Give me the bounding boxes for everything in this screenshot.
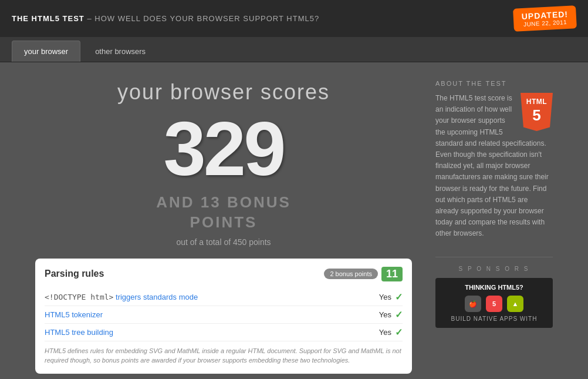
about-text: HTML 5 The HTML5 test score is an indica…	[435, 93, 553, 239]
nav-bar: your browser other browsers	[0, 37, 588, 62]
html5-logo-shape: HTML 5	[521, 93, 553, 131]
sponsor-ad: THINKING HTML5? 🍎 5 ▲ BUILD NATIVE APPS …	[435, 278, 553, 328]
sponsors-section: S P O N S O R S THINKING HTML5? 🍎 5 ▲ BU…	[435, 257, 553, 328]
parsing-rules-box: Parsing rules 2 bonus points 11 <!DOCTYP…	[35, 259, 412, 374]
sponsor-icon-android: ▲	[507, 296, 523, 312]
sponsor-ad-sub: BUILD NATIVE APPS WITH	[441, 316, 547, 322]
tab-your-browser[interactable]: your browser	[12, 41, 80, 62]
header-title-suffix: – HOW WELL DOES YOUR BROWSER SUPPORT HTM…	[87, 14, 319, 23]
html5-logo: HTML 5	[521, 93, 553, 131]
bonus-badge: 2 bonus points	[324, 269, 378, 279]
header-title-bold: THE HTML5 TEST	[12, 14, 85, 23]
check-icon-2: ✓	[395, 327, 403, 338]
check-icon-0: ✓	[395, 291, 403, 303]
parsing-rules-note: HTML5 defines rules for embedding SVG an…	[45, 346, 403, 365]
score-badge: 11	[381, 267, 403, 281]
header-title: THE HTML5 TEST – HOW WELL DOES YOUR BROW…	[12, 14, 319, 23]
rule-row-1: HTML5 tokenizer Yes ✓	[45, 306, 403, 324]
rule-row-2: HTML5 tree building Yes ✓	[45, 324, 403, 341]
left-column: your browser scores 329 AND 13 BONUS POI…	[35, 80, 412, 374]
rule-name-1[interactable]: HTML5 tokenizer	[45, 310, 103, 319]
sponsors-title: S P O N S O R S	[435, 266, 553, 272]
right-column: ABOUT THE TEST HTML 5 The HTML5 test sco…	[435, 80, 553, 374]
tab-other-browsers[interactable]: other browsers	[83, 41, 158, 62]
score-number: 329	[35, 110, 412, 187]
sponsor-icons: 🍎 5 ▲	[441, 296, 547, 312]
sponsor-icon-apple: 🍎	[465, 296, 481, 312]
bonus-line1: AND 13 BONUS	[156, 193, 291, 211]
header: THE HTML5 TEST – HOW WELL DOES YOUR BROW…	[0, 0, 588, 37]
main-content: your browser scores 329 AND 13 BONUS POI…	[0, 62, 588, 379]
rule-result-0: Yes ✓	[379, 291, 403, 303]
rule-row-0: <!DOCTYPE html> triggers standards mode …	[45, 289, 403, 306]
check-icon-1: ✓	[395, 309, 403, 320]
total-points: out of a total of 450 points	[35, 237, 412, 247]
rule-name-0: <!DOCTYPE html> triggers standards mode	[45, 293, 198, 301]
score-title: your browser scores	[35, 80, 412, 105]
parsing-rules-title: Parsing rules	[45, 269, 104, 279]
sponsor-ad-title: THINKING HTML5?	[441, 284, 547, 291]
parsing-rules-badges: 2 bonus points 11	[324, 267, 403, 281]
updated-badge: Updated! June 22, 2011	[513, 5, 577, 32]
parsing-rules-header: Parsing rules 2 bonus points 11	[45, 267, 403, 281]
bonus-line2: POINTS	[190, 213, 258, 231]
rule-name-2[interactable]: HTML5 tree building	[45, 328, 113, 337]
about-title: ABOUT THE TEST	[435, 80, 553, 87]
sponsor-icon-html5: 5	[486, 296, 502, 312]
rule-result-2: Yes ✓	[379, 327, 403, 338]
rule-code-0: <!DOCTYPE html>	[45, 293, 113, 301]
rule-result-1: Yes ✓	[379, 309, 403, 320]
bonus-text: AND 13 BONUS POINTS	[35, 193, 412, 233]
html5-logo-5: 5	[532, 108, 540, 123]
